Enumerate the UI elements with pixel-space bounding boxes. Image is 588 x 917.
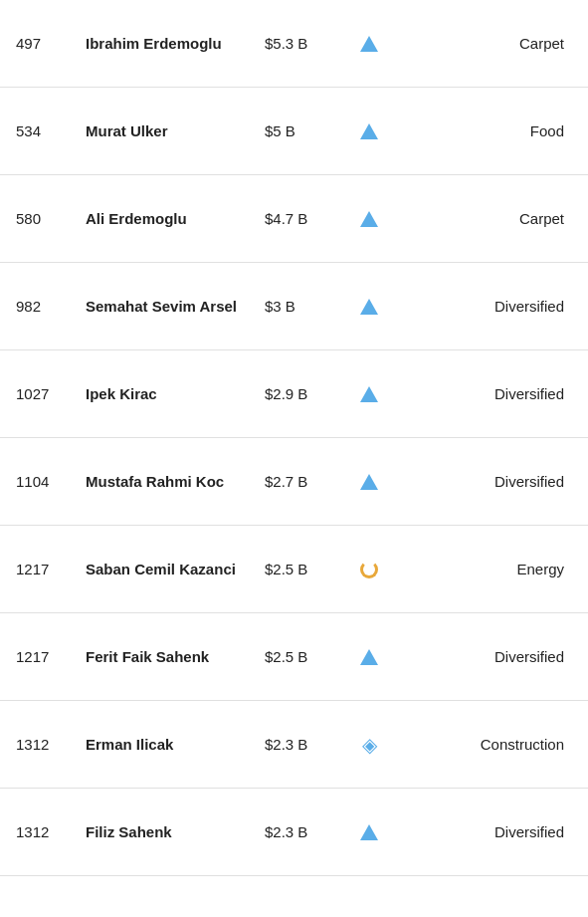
rank: 1104: [16, 473, 86, 490]
net-worth: $2.3 B: [265, 823, 344, 840]
person-name: Ibrahim Erdemoglu: [86, 34, 265, 54]
industry: Diversified: [394, 473, 572, 490]
trend-indicator: [344, 123, 394, 139]
trend-indicator: [344, 386, 394, 402]
up-arrow-icon: [360, 211, 378, 227]
table-row: 497Ibrahim Erdemoglu$5.3 BCarpet: [0, 0, 588, 88]
table-row: 1104Mustafa Rahmi Koc$2.7 BDiversified: [0, 438, 588, 526]
rank: 982: [16, 298, 86, 315]
net-worth: $3 B: [265, 298, 344, 315]
trend-indicator: [344, 299, 394, 315]
rotate-arrow-icon: [360, 561, 378, 578]
trend-indicator: [344, 649, 394, 665]
person-name: Erman Ilicak: [86, 735, 265, 755]
industry: Construction: [394, 736, 572, 753]
rank: 1312: [16, 823, 86, 840]
trend-indicator: [344, 561, 394, 578]
person-name: Ipek Kirac: [86, 384, 265, 404]
industry: Diversified: [394, 823, 572, 840]
person-name: Murat Ulker: [86, 121, 265, 141]
up-arrow-icon: [360, 474, 378, 490]
table-row: 580Ali Erdemoglu$4.7 BCarpet: [0, 175, 588, 263]
person-name: Filiz Sahenk: [86, 822, 265, 842]
industry: Carpet: [394, 210, 572, 227]
net-worth: $5.3 B: [265, 35, 344, 52]
rank: 1217: [16, 561, 86, 577]
billionaires-table: 497Ibrahim Erdemoglu$5.3 BCarpet534Murat…: [0, 0, 588, 876]
table-row: 1312Filiz Sahenk$2.3 BDiversified: [0, 789, 588, 876]
net-worth: $2.5 B: [265, 561, 344, 577]
person-name: Ali Erdemoglu: [86, 209, 265, 229]
trend-indicator: [344, 36, 394, 52]
up-arrow-icon: [360, 386, 378, 402]
rank: 1312: [16, 736, 86, 753]
horizontal-arrow-icon: ◈: [362, 735, 377, 755]
trend-indicator: [344, 824, 394, 840]
table-row: 1217Saban Cemil Kazanci$2.5 BEnergy: [0, 526, 588, 613]
person-name: Mustafa Rahmi Koc: [86, 472, 265, 492]
industry: Energy: [394, 561, 572, 577]
trend-indicator: ◈: [344, 735, 394, 755]
rank: 1217: [16, 648, 86, 665]
table-row: 982Semahat Sevim Arsel$3 BDiversified: [0, 263, 588, 350]
rank: 580: [16, 210, 86, 227]
person-name: Semahat Sevim Arsel: [86, 297, 265, 317]
industry: Diversified: [394, 648, 572, 665]
up-arrow-icon: [360, 824, 378, 840]
up-arrow-icon: [360, 36, 378, 52]
rank: 1027: [16, 385, 86, 402]
rank: 497: [16, 35, 86, 52]
net-worth: $4.7 B: [265, 210, 344, 227]
table-row: 1312Erman Ilicak$2.3 B◈Construction: [0, 701, 588, 789]
table-row: 1027Ipek Kirac$2.9 BDiversified: [0, 350, 588, 438]
net-worth: $5 B: [265, 122, 344, 139]
table-row: 534Murat Ulker$5 BFood: [0, 88, 588, 175]
industry: Diversified: [394, 385, 572, 402]
industry: Diversified: [394, 298, 572, 315]
net-worth: $2.5 B: [265, 648, 344, 665]
net-worth: $2.7 B: [265, 473, 344, 490]
net-worth: $2.3 B: [265, 736, 344, 753]
rank: 534: [16, 122, 86, 139]
table-row: 1217Ferit Faik Sahenk$2.5 BDiversified: [0, 613, 588, 701]
up-arrow-icon: [360, 649, 378, 665]
person-name: Ferit Faik Sahenk: [86, 647, 265, 667]
trend-indicator: [344, 211, 394, 227]
industry: Carpet: [394, 35, 572, 52]
net-worth: $2.9 B: [265, 385, 344, 402]
up-arrow-icon: [360, 299, 378, 315]
up-arrow-icon: [360, 123, 378, 139]
person-name: Saban Cemil Kazanci: [86, 560, 265, 579]
industry: Food: [394, 122, 572, 139]
trend-indicator: [344, 474, 394, 490]
